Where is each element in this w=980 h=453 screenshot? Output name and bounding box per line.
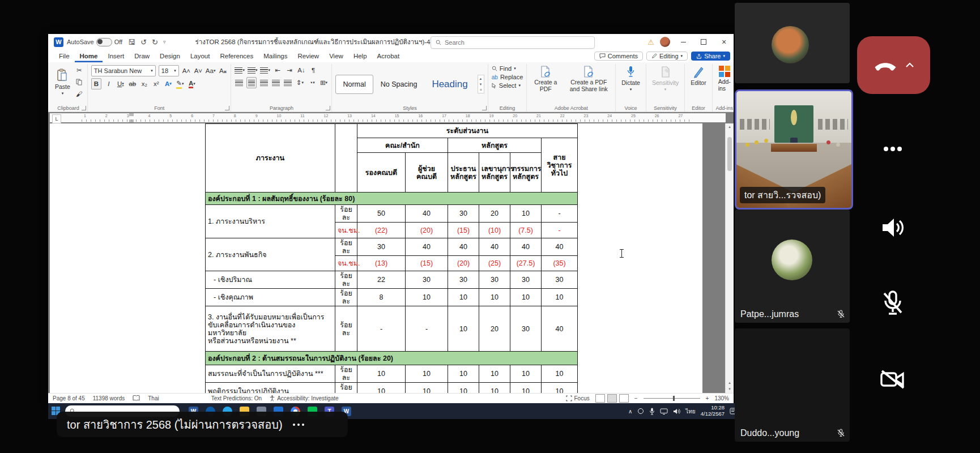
- table-header-cell[interactable]: ระดับส่วนงาน: [357, 124, 578, 138]
- web-layout-button[interactable]: [619, 394, 629, 403]
- table-cell[interactable]: 10: [357, 383, 406, 394]
- table-cell[interactable]: 10: [357, 365, 406, 383]
- minimize-button[interactable]: [676, 36, 691, 48]
- tab-layout[interactable]: Layout: [185, 50, 215, 62]
- table-cell[interactable]: พฤติกรรมในการปฏิบัติงาน: [206, 383, 335, 394]
- table-cell[interactable]: 30: [479, 271, 510, 289]
- tab-insert[interactable]: Insert: [103, 50, 129, 62]
- table-cell[interactable]: 10: [448, 365, 479, 383]
- table-cell[interactable]: (15): [406, 256, 448, 271]
- table-cell[interactable]: 10: [479, 365, 510, 383]
- table-cell[interactable]: 10: [448, 289, 479, 306]
- tray-display-icon[interactable]: [660, 408, 668, 414]
- cut-button[interactable]: ✂: [75, 65, 84, 75]
- table-cell[interactable]: 20: [479, 306, 510, 352]
- increase-indent-button[interactable]: ⇥: [285, 65, 294, 75]
- table-cell[interactable]: ร้อยละ: [335, 365, 357, 383]
- tab-design[interactable]: Design: [155, 50, 185, 62]
- save-button[interactable]: 🖫: [128, 38, 135, 46]
- dictate-button[interactable]: Dictate▾: [619, 65, 642, 92]
- table-cell[interactable]: 30: [448, 205, 479, 223]
- table-cell[interactable]: สมรรถนะที่จำเป็นในการปฏิบัติงาน ***: [206, 365, 335, 383]
- clear-formatting-button[interactable]: A𝄪: [218, 66, 227, 76]
- warning-icon[interactable]: ⚠: [647, 38, 654, 46]
- numbering-button[interactable]: ▾: [248, 65, 258, 75]
- table-cell[interactable]: (7.5): [510, 223, 542, 238]
- table-header-cell[interactable]: รองคณบดี: [357, 153, 406, 193]
- underline-button[interactable]: U▾: [116, 79, 125, 89]
- font-color-button[interactable]: A▾: [188, 79, 197, 89]
- horizontal-ruler[interactable]: L 1 2 3 4 5 6 7 8 9 10 11 12 13 14 15 16…: [50, 113, 726, 122]
- tray-clock[interactable]: 10:284/12/2567: [701, 405, 725, 417]
- table-cell[interactable]: ร้อยละ: [335, 205, 357, 223]
- table-cell[interactable]: (15): [448, 223, 479, 238]
- style-heading[interactable]: Heading: [424, 73, 475, 96]
- table-header-cell[interactable]: สาย วิชาการ ทั่วไป: [542, 138, 578, 193]
- style-no-spacing[interactable]: No Spacing: [373, 75, 425, 94]
- align-left-button[interactable]: [235, 78, 244, 88]
- participant-tile-3[interactable]: Duddo...young: [735, 328, 850, 442]
- table-cell[interactable]: ร้อยละ: [335, 383, 357, 394]
- focus-button[interactable]: Focus: [566, 395, 590, 401]
- table-cell[interactable]: (20): [406, 223, 448, 238]
- camera-muted-button[interactable]: [875, 362, 911, 396]
- tab-mailings[interactable]: Mailings: [258, 50, 292, 62]
- table-cell[interactable]: 10: [479, 289, 510, 306]
- accessibility-status[interactable]: Accessibility: Investigate: [270, 395, 338, 401]
- text-predictions[interactable]: Text Predictions: On: [211, 395, 262, 401]
- overlay-more-icon[interactable]: [293, 424, 304, 426]
- table-cell[interactable]: 10: [406, 289, 448, 306]
- tab-review[interactable]: Review: [292, 50, 324, 62]
- search-input[interactable]: Search: [431, 36, 595, 49]
- table-cell[interactable]: (20): [448, 256, 479, 271]
- restore-button[interactable]: [696, 36, 711, 48]
- table-cell[interactable]: จน.ชม.: [335, 223, 357, 238]
- table-cell[interactable]: -: [357, 306, 406, 352]
- autosave-switch-icon[interactable]: [96, 38, 112, 46]
- table-cell[interactable]: 10: [542, 365, 578, 383]
- table-cell[interactable]: 10: [448, 383, 479, 394]
- table-cell[interactable]: (13): [357, 256, 406, 271]
- table-cell[interactable]: 30: [510, 306, 542, 352]
- paragraph-dialog-launcher-icon[interactable]: [326, 106, 330, 110]
- create-pdf-button[interactable]: Create a PDF: [530, 65, 561, 93]
- table-cell[interactable]: 40: [510, 238, 542, 256]
- undo-button[interactable]: ↺: [140, 38, 147, 46]
- tray-language[interactable]: ไทย: [685, 407, 695, 416]
- table-cell[interactable]: 10: [448, 306, 479, 352]
- table-cell[interactable]: 2. ภาระงานพันธกิจ: [206, 238, 335, 271]
- zoom-slider[interactable]: [644, 398, 700, 399]
- table-cell[interactable]: 30: [357, 238, 406, 256]
- zoom-out-button[interactable]: −: [634, 395, 638, 401]
- style-normal[interactable]: Normal: [335, 75, 373, 94]
- table-cell[interactable]: 10: [406, 383, 448, 394]
- table-header-cell[interactable]: [335, 124, 357, 193]
- styles-dialog-launcher-icon[interactable]: [482, 106, 487, 110]
- table-cell[interactable]: 10: [510, 289, 542, 306]
- styles-gallery-scroll[interactable]: ▴▾≡: [478, 75, 484, 93]
- table-cell[interactable]: -: [542, 223, 578, 238]
- tab-draw[interactable]: Draw: [129, 50, 155, 62]
- superscript-button[interactable]: x²: [152, 79, 161, 89]
- table-cell[interactable]: 10: [406, 365, 448, 383]
- table-cell[interactable]: 40: [406, 238, 448, 256]
- table-cell[interactable]: 30: [448, 271, 479, 289]
- table-cell[interactable]: 10: [510, 383, 542, 394]
- qat-customize-button[interactable]: ▿: [163, 39, 166, 45]
- redo-button[interactable]: ↻: [152, 38, 158, 46]
- table-cell[interactable]: 1. ภาระงานบริหาร: [206, 205, 335, 238]
- change-case-button[interactable]: Aa▾: [206, 66, 216, 76]
- speaker-button[interactable]: [875, 211, 911, 245]
- editing-mode-button[interactable]: Editing▾: [646, 52, 688, 61]
- line-spacing-button[interactable]: ⇕▾: [295, 78, 304, 88]
- sort-button[interactable]: A↓: [297, 65, 306, 75]
- tab-view[interactable]: View: [324, 50, 348, 62]
- page-indicator[interactable]: Page 8 of 45: [53, 395, 85, 401]
- chevron-up-icon[interactable]: [905, 62, 914, 68]
- text-effects-button[interactable]: A▾: [164, 79, 173, 89]
- table-cell[interactable]: 3. งานอื่นที่ได้รับมอบหมายเพื่อเป็นการ ข…: [206, 306, 335, 352]
- scroll-up-icon[interactable]: ▴: [728, 125, 731, 129]
- borders-button[interactable]: ⊞▾: [319, 78, 328, 88]
- addins-button[interactable]: Add-ins: [716, 65, 733, 92]
- table-header-cell[interactable]: ผู้ช่วยคณบดี: [406, 153, 448, 193]
